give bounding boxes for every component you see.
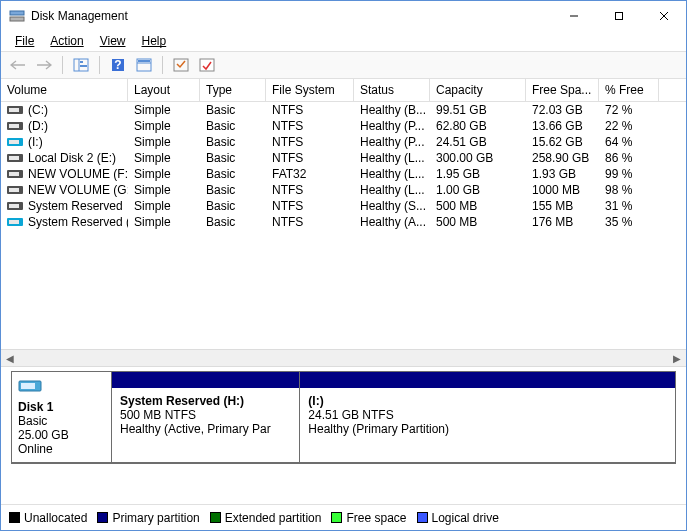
partition[interactable]: (I:)24.51 GB NTFSHealthy (Primary Partit… [300, 371, 676, 463]
volume-cell: NTFS [266, 214, 354, 230]
svg-rect-8 [80, 61, 83, 63]
svg-rect-16 [200, 59, 214, 71]
column-header[interactable]: Volume [1, 79, 128, 101]
partition-status: Healthy (Primary Partition) [308, 422, 667, 436]
svg-rect-26 [9, 172, 19, 176]
svg-text:?: ? [114, 58, 121, 72]
menu-help[interactable]: Help [134, 32, 175, 50]
disk-row[interactable]: Disk 1 Basic 25.00 GB Online System Rese… [11, 371, 676, 464]
layout-top-button[interactable] [133, 54, 155, 76]
disk-label: Disk 1 [18, 400, 53, 414]
svg-rect-30 [9, 204, 19, 208]
svg-rect-34 [21, 383, 35, 389]
partition-color-band [112, 372, 299, 388]
volume-cell: Healthy (L... [354, 182, 430, 198]
scroll-left-icon[interactable]: ◀ [3, 351, 17, 365]
svg-rect-14 [138, 60, 150, 62]
volume-cell: 15.62 GB [526, 134, 599, 150]
toolbar: ? [1, 51, 686, 79]
close-button[interactable] [641, 1, 686, 31]
volume-cell: FAT32 [266, 166, 354, 182]
menu-file[interactable]: File [7, 32, 42, 50]
partition[interactable]: System Reserved (H:)500 MB NTFSHealthy (… [111, 371, 300, 463]
volume-cell: Basic [200, 214, 266, 230]
volume-cell: Healthy (B... [354, 102, 430, 118]
volume-cell: Healthy (L... [354, 150, 430, 166]
show-hide-tree-button[interactable] [70, 54, 92, 76]
legend-label: Primary partition [112, 511, 199, 525]
volume-cell: 99.51 GB [430, 102, 526, 118]
minimize-button[interactable] [551, 1, 596, 31]
partition-name: System Reserved (H:) [120, 394, 291, 408]
title-bar: Disk Management [1, 1, 686, 31]
volume-row[interactable]: NEW VOLUME (F:)SimpleBasicFAT32Healthy (… [1, 166, 686, 182]
properties-button[interactable] [196, 54, 218, 76]
window-title: Disk Management [31, 9, 551, 23]
volume-cell: Simple [128, 214, 200, 230]
svg-rect-22 [9, 140, 19, 144]
volume-row[interactable]: (I:)SimpleBasicNTFSHealthy (P...24.51 GB… [1, 134, 686, 150]
partition-name: (I:) [308, 394, 667, 408]
legend-label: Extended partition [225, 511, 322, 525]
column-header[interactable]: Type [200, 79, 266, 101]
volume-row[interactable]: (D:)SimpleBasicNTFSHealthy (P...62.80 GB… [1, 118, 686, 134]
volume-cell: Healthy (S... [354, 198, 430, 214]
legend-label: Free space [346, 511, 406, 525]
volume-row[interactable]: System Reserved (...SimpleBasicNTFSHealt… [1, 214, 686, 230]
scroll-right-icon[interactable]: ▶ [670, 351, 684, 365]
volume-cell: Simple [128, 182, 200, 198]
refresh-button[interactable] [170, 54, 192, 76]
partition-status: Healthy (Active, Primary Par [120, 422, 291, 436]
volume-row[interactable]: (C:)SimpleBasicNTFSHealthy (B...99.51 GB… [1, 102, 686, 118]
volume-cell: (C:) [1, 102, 128, 118]
volume-cell: 72 % [599, 102, 659, 118]
volume-cell: 24.51 GB [430, 134, 526, 150]
drive-icon [7, 120, 23, 132]
menu-action[interactable]: Action [42, 32, 91, 50]
column-header[interactable]: Layout [128, 79, 200, 101]
volume-row[interactable]: Local Disk 2 (E:)SimpleBasicNTFSHealthy … [1, 150, 686, 166]
volume-list: VolumeLayoutTypeFile SystemStatusCapacit… [1, 79, 686, 230]
volume-cell: 176 MB [526, 214, 599, 230]
volume-cell: NTFS [266, 118, 354, 134]
help-button[interactable]: ? [107, 54, 129, 76]
volume-cell: 72.03 GB [526, 102, 599, 118]
volume-cell: Simple [128, 166, 200, 182]
volume-row[interactable]: System ReservedSimpleBasicNTFSHealthy (S… [1, 198, 686, 214]
column-header[interactable]: Free Spa... [526, 79, 599, 101]
svg-rect-24 [9, 156, 19, 160]
svg-rect-28 [9, 188, 19, 192]
legend-label: Unallocated [24, 511, 87, 525]
column-header[interactable]: File System [266, 79, 354, 101]
horizontal-scrollbar[interactable]: ◀ ▶ [1, 349, 686, 367]
column-header[interactable]: Status [354, 79, 430, 101]
drive-icon [7, 216, 23, 228]
legend: UnallocatedPrimary partitionExtended par… [1, 504, 686, 530]
volume-row[interactable]: NEW VOLUME (G:)SimpleBasicNTFSHealthy (L… [1, 182, 686, 198]
legend-item: Primary partition [97, 511, 199, 525]
volume-cell: Basic [200, 166, 266, 182]
disk-type: Basic [18, 414, 105, 428]
volume-cell: 1.93 GB [526, 166, 599, 182]
legend-item: Extended partition [210, 511, 322, 525]
legend-label: Logical drive [432, 511, 499, 525]
svg-rect-18 [9, 108, 19, 112]
drive-icon [7, 152, 23, 164]
menu-view[interactable]: View [92, 32, 134, 50]
column-header[interactable]: Capacity [430, 79, 526, 101]
legend-swatch [331, 512, 342, 523]
volume-cell: Basic [200, 182, 266, 198]
disk-icon [18, 378, 42, 394]
maximize-button[interactable] [596, 1, 641, 31]
disk-header[interactable]: Disk 1 Basic 25.00 GB Online [11, 371, 111, 463]
volume-cell: 35 % [599, 214, 659, 230]
disk-graphical-view: Disk 1 Basic 25.00 GB Online System Rese… [1, 367, 686, 474]
partition-size: 24.51 GB NTFS [308, 408, 667, 422]
forward-button [33, 54, 55, 76]
column-header[interactable]: % Free [599, 79, 659, 101]
volume-cell: Basic [200, 118, 266, 134]
volume-cell: NTFS [266, 102, 354, 118]
legend-item: Free space [331, 511, 406, 525]
drive-icon [7, 168, 23, 180]
volume-cell: NTFS [266, 134, 354, 150]
